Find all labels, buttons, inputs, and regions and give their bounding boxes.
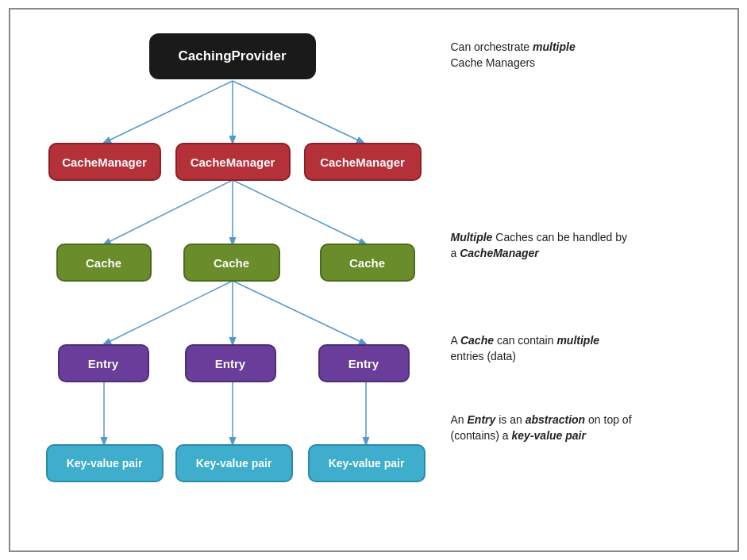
- svg-line-0: [104, 81, 233, 143]
- svg-line-6: [104, 281, 233, 344]
- cache-manager-2-box: CacheManager: [175, 143, 291, 181]
- entry-1-box: Entry: [58, 344, 149, 382]
- caching-provider-box: CachingProvider: [149, 33, 316, 79]
- cache-annotation: Multiple Caches can be handled by a Cach…: [451, 230, 633, 261]
- entry-2-box: Entry: [185, 344, 276, 382]
- cache-manager-3-box: CacheManager: [304, 143, 422, 181]
- svg-line-8: [233, 281, 366, 344]
- diagram-container: CachingProvider CacheManager CacheManage…: [9, 8, 739, 552]
- cache-3-box: Cache: [320, 244, 415, 282]
- provider-annotation: Can orchestrate multipleCache Managers: [451, 40, 576, 71]
- kv-1-box: Key-value pair: [46, 444, 164, 482]
- kv-annotation: An Entry is an abstraction on top of (co…: [451, 412, 633, 443]
- entry-annotation: A Cache can contain multiple entries (da…: [451, 333, 633, 364]
- cache-manager-1-box: CacheManager: [48, 143, 161, 181]
- entry-3-box: Entry: [318, 344, 410, 382]
- kv-2-box: Key-value pair: [175, 444, 293, 482]
- svg-line-5: [233, 180, 366, 244]
- kv-3-box: Key-value pair: [308, 444, 425, 482]
- cache-1-box: Cache: [56, 244, 152, 282]
- svg-line-2: [233, 81, 364, 143]
- svg-line-3: [104, 180, 233, 244]
- cache-2-box: Cache: [183, 244, 280, 282]
